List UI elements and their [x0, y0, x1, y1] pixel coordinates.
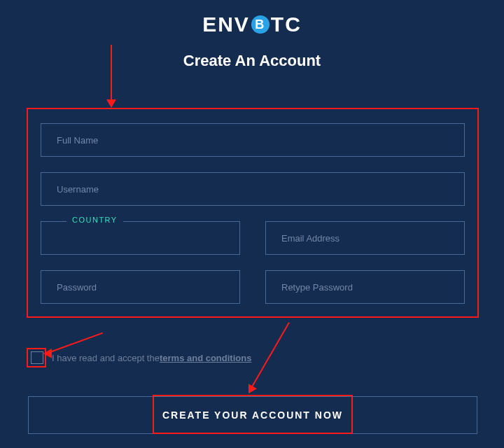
- terms-checkbox[interactable]: [31, 351, 43, 364]
- brand-pre: ENV: [202, 13, 250, 36]
- page-title: Create An Account: [0, 52, 504, 70]
- country-label: COUNTRY: [66, 216, 123, 224]
- country-field-wrap: COUNTRY: [41, 221, 240, 255]
- email-input[interactable]: [281, 233, 449, 244]
- terms-lead: I have read and accept the: [52, 353, 160, 363]
- password-input[interactable]: [57, 282, 224, 293]
- terms-row: I have read and accept the terms and con…: [31, 351, 251, 364]
- create-account-button[interactable]: CREATE YOUR ACCOUNT NOW: [28, 396, 477, 434]
- brand-post: TC: [271, 13, 302, 36]
- terms-link[interactable]: terms and conditions: [160, 353, 251, 363]
- retype-password-input[interactable]: [281, 282, 449, 293]
- country-input[interactable]: [57, 233, 224, 244]
- retype-password-field-wrap: [265, 270, 465, 304]
- brand-logo: ENV B TC: [0, 0, 504, 36]
- password-field-wrap: [41, 270, 240, 304]
- submit-row: CREATE YOUR ACCOUNT NOW: [28, 396, 477, 434]
- username-input[interactable]: [57, 184, 449, 195]
- username-field-wrap: [41, 172, 465, 206]
- fullname-field-wrap: [41, 123, 465, 157]
- signup-form: COUNTRY: [28, 109, 477, 316]
- fullname-input[interactable]: [57, 135, 449, 146]
- annotation-arrow-submit: [251, 329, 321, 399]
- email-field-wrap: [265, 221, 465, 255]
- bitcoin-icon: B: [251, 15, 270, 34]
